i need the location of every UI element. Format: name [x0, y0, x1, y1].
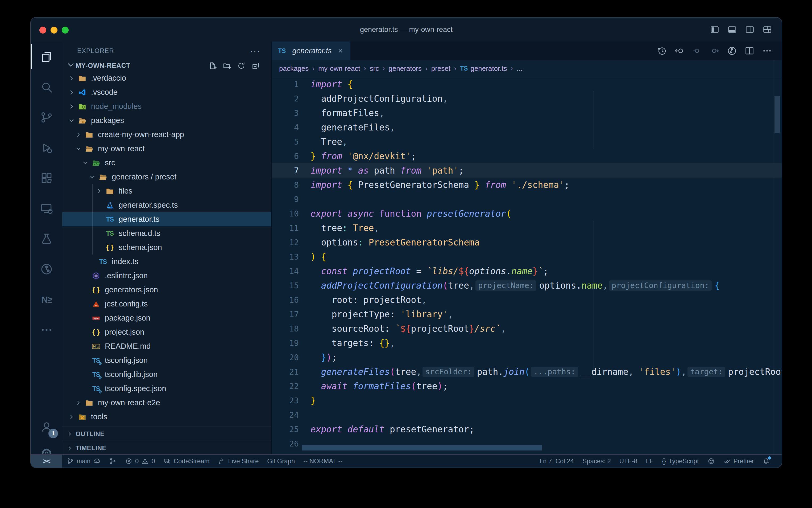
line-number[interactable]: 1 [272, 80, 311, 89]
activitybar-search[interactable] [31, 72, 62, 102]
status-encoding[interactable]: UTF-8 [615, 455, 642, 468]
tree-item-files[interactable]: files [62, 184, 271, 198]
new-file-button[interactable] [208, 61, 217, 70]
line-number[interactable]: 17 [272, 310, 311, 319]
code-line-3[interactable]: 3 formatFiles, [272, 106, 782, 120]
code-line-7[interactable]: 7import * as path from 'path'; [272, 163, 782, 178]
tree-item-tsconfig-json[interactable]: TS⚙tsconfig.json [62, 353, 271, 368]
code-line-1[interactable]: 1import { [272, 77, 782, 91]
tree-item-tsconfig-spec-json[interactable]: TS⚙tsconfig.spec.json [62, 382, 271, 396]
activitybar-more-views[interactable] [31, 315, 62, 345]
layout-left-icon[interactable] [710, 25, 719, 34]
line-number[interactable]: 13 [272, 252, 311, 261]
sidebar-more-actions-button[interactable]: ··· [250, 46, 260, 56]
status-eol[interactable]: LF [642, 455, 658, 468]
tree-item-project-json[interactable]: { }project.json [62, 325, 271, 339]
project-root-row[interactable]: MY-OWN-REACT [62, 60, 271, 71]
tree-item-node-modules[interactable]: node_modules [62, 99, 271, 114]
status-feedback[interactable] [703, 455, 719, 468]
breadcrumb-item-generators[interactable]: generators [388, 65, 421, 73]
activitybar-source-control[interactable] [31, 102, 62, 133]
line-number[interactable]: 8 [272, 180, 311, 189]
tree-item--eslintrc-json[interactable]: .eslintrc.json [62, 269, 271, 283]
tree-item-package-json[interactable]: npmpackage.json [62, 311, 271, 325]
open-changes-button[interactable] [674, 46, 684, 56]
tree-item-create-my-own-react-app[interactable]: create-my-own-react-app [62, 128, 271, 142]
code-line-20[interactable]: 20 }); [272, 350, 782, 365]
status-git-branch[interactable]: main [62, 455, 105, 468]
activitybar-nx-console[interactable]: N≥ [31, 284, 62, 315]
gitlens-history-button[interactable] [727, 46, 737, 56]
code-line-21[interactable]: 21 generateFiles(tree,srcFolder:path.joi… [272, 365, 782, 379]
activitybar-remote-explorer[interactable] [31, 193, 62, 224]
layout-grid-icon[interactable] [763, 25, 772, 34]
activitybar-accounts[interactable]: 1 [31, 412, 62, 442]
tree-item-generator-ts[interactable]: TSgenerator.ts [62, 212, 271, 226]
layout-bottom-icon[interactable] [727, 25, 737, 34]
activitybar-gitlens[interactable] [31, 254, 62, 284]
tree-item-readme-md[interactable]: README.md [62, 339, 271, 353]
code-line-23[interactable]: 23} [272, 393, 782, 408]
vertical-scrollbar[interactable] [773, 60, 782, 454]
line-number[interactable]: 5 [272, 137, 311, 146]
prev-change-button[interactable] [692, 46, 702, 56]
status-git-graph-action[interactable] [105, 455, 121, 468]
code-line-14[interactable]: 14 const projectRoot = `libs/${options.n… [272, 264, 782, 278]
tree-item-schema-d-ts[interactable]: TSschema.d.ts [62, 226, 271, 241]
breadcrumb-item-my-own-react[interactable]: my-own-react [318, 65, 360, 73]
activitybar-run-debug[interactable] [31, 133, 62, 163]
activitybar-testing[interactable] [31, 224, 62, 254]
line-number[interactable]: 2 [272, 94, 311, 103]
status-codestream[interactable]: CodeStream [159, 455, 214, 468]
code-line-19[interactable]: 19 targets: {}, [272, 336, 782, 350]
code-line-5[interactable]: 5 Tree, [272, 134, 782, 149]
breadcrumb-item-preset[interactable]: preset [431, 65, 450, 73]
code-line-9[interactable]: 9 [272, 192, 782, 206]
line-number[interactable]: 4 [272, 123, 311, 132]
tab-generator-ts[interactable]: TS generator.ts × [272, 42, 350, 60]
line-number[interactable]: 25 [272, 425, 311, 434]
vertical-scrollbar-thumb[interactable] [774, 96, 780, 133]
status-prettier[interactable]: Prettier [719, 455, 758, 468]
tree-item-jest-config-ts[interactable]: jest.config.ts [62, 297, 271, 311]
breadcrumb-item-packages[interactable]: packages [279, 65, 308, 73]
status-language-mode[interactable]: {}TypeScript [658, 455, 703, 468]
code-line-25[interactable]: 25export default presetGenerator; [272, 422, 782, 436]
breadcrumb-item-src[interactable]: src [370, 65, 379, 73]
code-line-15[interactable]: 15 addProjectConfiguration(tree,projectN… [272, 278, 782, 293]
layout-right-icon[interactable] [745, 25, 755, 34]
refresh-button[interactable] [237, 61, 246, 70]
next-change-button[interactable] [709, 46, 719, 56]
line-number[interactable]: 23 [272, 396, 311, 405]
line-number[interactable]: 6 [272, 152, 311, 161]
line-number[interactable]: 16 [272, 295, 311, 305]
code-line-22[interactable]: 22 await formatFiles(tree); [272, 379, 782, 393]
line-number[interactable]: 14 [272, 266, 311, 276]
tree-item-my-own-react-e2e[interactable]: my-own-react-e2e [62, 396, 271, 410]
status-remote-indicator[interactable]: >< [31, 455, 62, 468]
breadcrumb-item-generator-ts[interactable]: TSgenerator.ts [460, 65, 507, 73]
code-line-13[interactable]: 13) { [272, 250, 782, 264]
line-number[interactable]: 18 [272, 324, 311, 333]
code-line-16[interactable]: 16 root: projectRoot, [272, 293, 782, 307]
status-git-graph[interactable]: Git Graph [263, 455, 299, 468]
more-button[interactable] [762, 46, 772, 56]
line-number[interactable]: 22 [272, 382, 311, 391]
line-number[interactable]: 21 [272, 367, 311, 377]
line-number[interactable]: 12 [272, 238, 311, 247]
timeline-section-header[interactable]: TIMELINE [62, 441, 271, 455]
collapse-all-button[interactable] [251, 61, 260, 70]
tree-item-tools[interactable]: tools [62, 410, 271, 424]
code-area[interactable]: 1import {2 addProjectConfiguration,3 for… [272, 77, 782, 451]
breadcrumb-item--[interactable]: ... [517, 65, 523, 73]
status-cursor-position[interactable]: Ln 7, Col 24 [535, 455, 578, 468]
code-line-12[interactable]: 12 options: PresetGeneratorSchema [272, 235, 782, 250]
code-line-6[interactable]: 6} from '@nx/devkit'; [272, 149, 782, 163]
tree-item-src[interactable]: </>src [62, 156, 271, 170]
line-number[interactable]: 3 [272, 109, 311, 118]
tree-item-my-own-react[interactable]: my-own-react [62, 142, 271, 156]
history-button[interactable] [657, 46, 667, 56]
code-line-11[interactable]: 11 tree: Tree, [272, 221, 782, 235]
tree-item-packages[interactable]: packages [62, 114, 271, 128]
code-line-18[interactable]: 18 sourceRoot: `${projectRoot}/src`, [272, 321, 782, 336]
